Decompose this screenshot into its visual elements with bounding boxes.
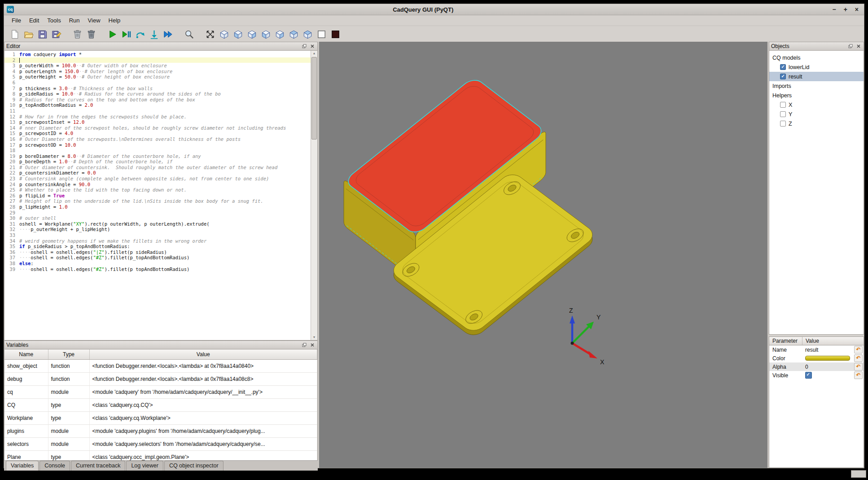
menu-file[interactable]: File	[8, 16, 25, 25]
code-line[interactable]: 6	[4, 80, 311, 86]
scroll-up-icon[interactable]: ▲	[311, 51, 317, 56]
code-line[interactable]: 2	[4, 57, 311, 63]
code-line[interactable]: 19p_boreDiameter = 8.0··# Diameter of th…	[4, 153, 311, 159]
parameter-column-header[interactable]: Parameter	[769, 337, 802, 345]
code-line[interactable]: 29	[4, 210, 311, 216]
visibility-checkbox[interactable]	[780, 74, 786, 79]
variables-close-button[interactable]	[309, 342, 316, 348]
save-as-icon[interactable]	[49, 27, 63, 41]
view-back-icon[interactable]	[245, 27, 259, 41]
code-line[interactable]: 5p_outerHeight = 50.0··# Outer height of…	[4, 74, 311, 80]
scrollbar-thumb[interactable]	[311, 57, 317, 140]
step-over-icon[interactable]	[133, 27, 147, 41]
code-line[interactable]: 23# Countersink angle (complete angle be…	[4, 176, 311, 182]
parameter-row-visible[interactable]: Visible↶	[769, 371, 864, 380]
parameter-row-color[interactable]: Color↶	[769, 354, 864, 362]
code-line[interactable]: 25# Whether to place the lid with the to…	[4, 187, 311, 193]
clear-icon[interactable]	[70, 27, 84, 41]
menu-view[interactable]: View	[84, 16, 105, 25]
fit-all-icon[interactable]	[203, 27, 217, 41]
objects-close-button[interactable]	[855, 44, 862, 49]
view-left-icon[interactable]	[259, 27, 273, 41]
tab-log-viewer[interactable]: Log viewer	[126, 461, 163, 471]
zoom-fit-icon[interactable]	[182, 27, 196, 41]
view-top-icon[interactable]	[287, 27, 301, 41]
maximize-button[interactable]: +	[844, 6, 847, 13]
table-row[interactable]: debugfunction<function Debugger.render.<…	[4, 373, 317, 386]
reset-value-icon[interactable]: ↶	[854, 371, 863, 379]
tree-item-z[interactable]: Z	[769, 119, 864, 128]
reset-value-icon[interactable]: ↶	[854, 346, 863, 353]
code-line[interactable]: 28p_lipHeight = 1.0	[4, 204, 311, 210]
column-header-value[interactable]: Value	[89, 349, 317, 360]
menu-run[interactable]: Run	[65, 16, 84, 25]
size-grip[interactable]	[851, 470, 866, 478]
continue-icon[interactable]	[161, 27, 175, 41]
tab-console[interactable]: Console	[39, 461, 70, 471]
code-line[interactable]: 39····oshell = oshell.edges("#Z").fillet…	[4, 266, 311, 272]
code-line[interactable]: 38else:	[4, 261, 311, 266]
table-row[interactable]: show_objectfunction<function Debugger.re…	[4, 360, 317, 373]
table-row[interactable]: Workplanetype<class 'cadquery.cq.Workpla…	[4, 412, 317, 425]
code-line[interactable]: 7p_thickness = 3.0··# Thickness of the b…	[4, 86, 311, 92]
tree-item-y[interactable]: Y	[769, 109, 864, 119]
visible-checkbox[interactable]	[805, 372, 812, 379]
visibility-checkbox[interactable]	[780, 64, 786, 70]
reset-value-icon[interactable]: ↶	[854, 354, 863, 362]
code-line[interactable]: 12# How far in from the edges the screwp…	[4, 114, 311, 120]
scroll-down-icon[interactable]: ▼	[311, 335, 317, 340]
title-bar[interactable]: cq CadQuery GUI (PyQT) − + ×	[4, 4, 864, 15]
shaded-icon[interactable]	[329, 27, 342, 41]
step-into-icon[interactable]	[147, 27, 161, 41]
code-line[interactable]: 26p_flipLid = True	[4, 193, 311, 199]
menu-tools[interactable]: Tools	[43, 16, 65, 25]
code-line[interactable]: 10p_topAndBottomRadius = 2.0	[4, 102, 311, 108]
code-line[interactable]: 1from cadquery import *	[4, 52, 311, 57]
code-line[interactable]: 33	[4, 232, 311, 238]
open-icon[interactable]	[22, 27, 35, 41]
view-right-icon[interactable]	[273, 27, 287, 41]
tree-item-cq-models[interactable]: CQ models	[769, 53, 864, 62]
code-line[interactable]: 27# Height of lip on the underside of th…	[4, 198, 311, 204]
view-iso-icon[interactable]	[217, 27, 231, 41]
code-line[interactable]: 22p_countersinkDiameter = 0.0	[4, 170, 311, 176]
parameter-row-alpha[interactable]: Alpha0↶	[769, 362, 864, 371]
run-icon[interactable]	[105, 27, 119, 41]
save-icon[interactable]	[35, 27, 49, 41]
table-row[interactable]: CQtype<class 'cadquery.cq.CQ'>	[4, 399, 317, 412]
tab-cq-object-inspector[interactable]: CQ object inspector	[164, 461, 224, 471]
code-line[interactable]: 21# Outer diameter of countersink. Shoul…	[4, 165, 311, 170]
variables-float-button[interactable]	[301, 342, 307, 348]
parameter-row-name[interactable]: Nameresult↶	[769, 345, 864, 354]
code-line[interactable]: 35if p_sideRadius > p_topAndBottomRadius…	[4, 244, 311, 249]
editor-float-button[interactable]	[301, 44, 307, 49]
visibility-checkbox[interactable]	[780, 121, 786, 127]
code-line[interactable]: 9# Radius for the curves on the top and …	[4, 97, 311, 103]
minimize-button[interactable]: −	[832, 6, 836, 13]
column-header-type[interactable]: Type	[48, 349, 89, 360]
code-line[interactable]: 34# weird geometry happens if we make th…	[4, 238, 311, 244]
view-bottom-icon[interactable]	[301, 27, 315, 41]
code-line[interactable]: 8p_sideRadius = 10.0··# Radius for the c…	[4, 91, 311, 97]
code-line[interactable]: 11	[4, 108, 311, 114]
code-line[interactable]: 17p_screwpostOD = 10.0	[4, 142, 311, 148]
visibility-checkbox[interactable]	[780, 111, 786, 117]
code-line[interactable]: 16# Outer Diameter of the screwposts.\nD…	[4, 136, 311, 142]
view-front-icon[interactable]	[231, 27, 245, 41]
table-row[interactable]: Planetype<class 'cadquery.occ_impl.geom.…	[4, 451, 317, 461]
code-line[interactable]: 32····p_outerHeight + p_lipHeight)	[4, 227, 311, 232]
value-column-header[interactable]: Value	[802, 338, 864, 344]
code-line[interactable]: 31oshell = Workplane("XY").rect(p_outerW…	[4, 221, 311, 227]
close-button[interactable]: ×	[855, 6, 859, 13]
editor-close-button[interactable]	[309, 44, 316, 49]
code-line[interactable]: 13p_screwpostInset = 12.0	[4, 119, 311, 125]
tab-variables[interactable]: Variables	[6, 461, 39, 471]
delete-icon[interactable]	[84, 27, 98, 41]
code-line[interactable]: 18	[4, 148, 311, 153]
code-line[interactable]: 30# outer shell	[4, 215, 311, 221]
tree-item-imports[interactable]: Imports	[769, 81, 864, 91]
code-line[interactable]: 20p_boreDepth = 1.0··# Depth of the coun…	[4, 159, 311, 165]
menu-help[interactable]: Help	[105, 16, 125, 25]
visibility-checkbox[interactable]	[780, 102, 786, 108]
code-line[interactable]: 37····oshell = oshell.edges("#Z").fillet…	[4, 255, 311, 261]
